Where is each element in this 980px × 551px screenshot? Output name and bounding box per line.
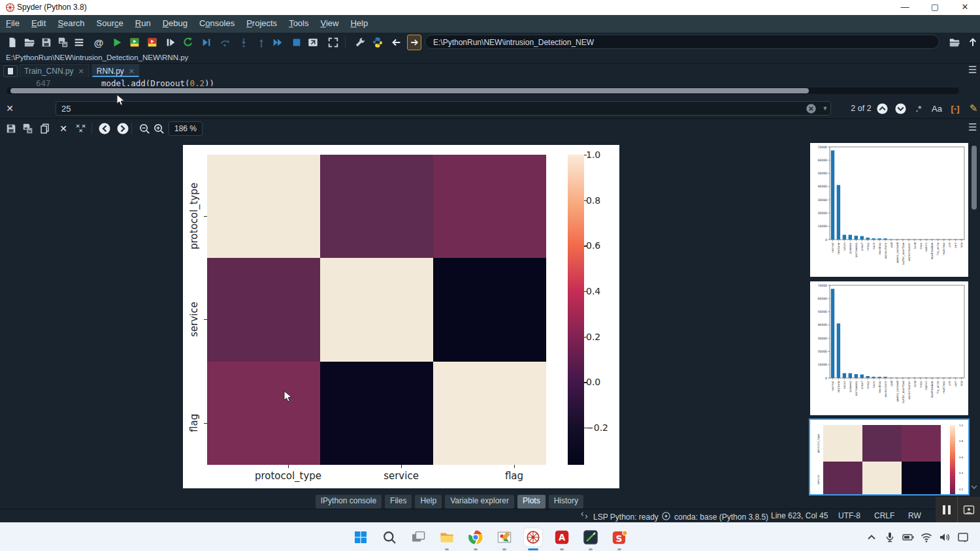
plots-save-all-icon[interactable] [21,121,35,136]
plots-zoom-in-icon[interactable] [152,121,166,136]
whole-word-toggle-icon[interactable]: [-] [949,101,962,116]
plots-remove-all-icon[interactable]: ✕ ✕✕ [73,121,88,136]
tab-close-icon[interactable]: ✕ [78,67,84,75]
taskbar-image-editor-icon[interactable] [495,528,514,546]
step-out-icon[interactable] [254,35,269,50]
editor-tab-RNN.py[interactable]: RNN.py✕ [92,64,139,77]
regex-toggle-icon[interactable]: .* [912,101,925,116]
hscrollbar-thumb[interactable] [10,88,809,93]
back-arrow-icon[interactable] [389,35,404,50]
find-next-icon[interactable] [894,101,907,116]
parent-dir-icon[interactable] [966,35,980,50]
menu-debug[interactable]: Debug [157,15,193,28]
step-into-icon[interactable] [237,35,251,50]
preferences-icon[interactable] [353,35,367,50]
taskbar-acrobat-icon[interactable]: A [553,528,571,546]
rerun-cell-icon[interactable] [145,35,159,50]
working-directory-input[interactable]: E:\PythonRun\NEW\intrusion_Detection_NEW [425,35,939,49]
forward-arrow-icon[interactable] [407,35,421,50]
panel-tab-help[interactable]: Help [415,495,442,509]
stop-debug-icon[interactable] [289,35,304,50]
tray-microphone-icon[interactable] [883,531,896,544]
plots-remove-icon[interactable]: ✕ [56,121,71,136]
run-selection-icon[interactable] [163,35,178,50]
find-history-caret-icon[interactable]: ▼ [821,101,830,116]
plot-thumbnail-bar-2[interactable]: 010000200003000040000500006000070000norm… [810,281,968,415]
plot-thumbnail-bar-1[interactable]: 010000200003000040000500006000070000norm… [810,143,968,277]
panel-tab-plots[interactable]: Plots [517,495,546,509]
file-switcher-icon[interactable] [72,35,86,50]
editor-hscrollbar[interactable] [0,86,980,95]
open-dir-icon[interactable] [947,35,962,50]
menu-help[interactable]: Help [344,15,374,28]
find-close-icon[interactable]: ✕ [4,101,16,116]
find-clear-icon[interactable] [805,101,817,116]
debug-file-icon[interactable] [199,35,214,50]
browse-tabs-icon[interactable] [3,65,18,77]
tray-wifi-icon[interactable] [920,531,933,544]
screenshot-icon[interactable] [958,497,980,522]
plots-options-icon[interactable]: ☰ [968,121,977,133]
tab-close-icon[interactable]: ✕ [129,67,135,75]
taskbar-chrome-icon[interactable] [466,528,485,546]
panel-tab-variable-explorer[interactable]: Variable explorer [445,495,514,509]
taskbar-snipping-tool-icon[interactable] [581,528,600,546]
menu-view[interactable]: View [314,15,344,28]
taskbar-spyder-icon[interactable] [524,528,542,546]
run-cell-icon[interactable] [127,35,142,50]
plots-copy-icon[interactable] [38,121,52,136]
taskbar-task-view-icon[interactable] [409,528,427,546]
pause-icon[interactable] [936,497,958,522]
plots-save-icon[interactable] [4,121,18,136]
tray-notifications-icon[interactable] [956,531,970,544]
interpreter-status[interactable]: conda: base (Python 3.8.5) [661,511,768,523]
highlight-matches-icon[interactable]: ✎ [967,101,980,116]
create-console-icon[interactable]: @ [91,35,106,50]
maximize-button[interactable]: ▢ [929,2,941,12]
plots-previous-icon[interactable] [97,121,112,136]
python-path-icon[interactable] [370,35,385,50]
thumbnails-scrollbar[interactable] [971,143,977,494]
taskbar-screen-recorder-icon[interactable]: S [610,528,629,546]
maximize-pane-icon[interactable] [306,35,320,50]
minimize-button[interactable]: — [899,2,911,12]
plots-zoom-out-icon[interactable] [137,121,152,136]
taskbar-file-explorer-icon[interactable] [438,528,456,546]
taskbar-start-icon[interactable] [351,528,370,546]
thumbnails-scroll-down-icon[interactable] [970,483,979,491]
menu-run[interactable]: Run [129,15,157,28]
menu-consoles[interactable]: Consoles [193,15,240,28]
open-file-icon[interactable] [22,35,37,50]
menu-source[interactable]: Source [91,15,129,28]
run-file-icon[interactable] [110,35,124,50]
editor-code-sliver[interactable]: 647 model.add(Dropout(0.2)) [0,78,980,86]
panel-tab-files[interactable]: Files [385,495,412,509]
taskbar-search-icon[interactable] [380,528,399,546]
panel-tab-history[interactable]: History [549,495,583,509]
rerun-last-icon[interactable] [181,35,195,50]
close-button[interactable]: ✕ [959,2,971,12]
save-icon[interactable] [39,35,54,50]
save-all-icon[interactable] [56,35,71,50]
plots-next-icon[interactable] [116,121,130,136]
menu-edit[interactable]: Edit [25,15,52,28]
step-over-icon[interactable] [218,35,233,50]
find-input[interactable]: 25 [56,101,831,116]
tray-speaker-icon[interactable] [938,531,951,544]
tabbar-options-icon[interactable]: ☰ [968,64,977,76]
plot-thumbnail-heatmap-selected[interactable]: 1.00.80.60.40.20.0−0.2protocol_typeservi… [810,420,968,494]
thumbnails-scrollbar-thumb[interactable] [972,146,977,210]
new-file-icon[interactable] [5,35,20,50]
continue-icon[interactable] [270,35,285,50]
menu-search[interactable]: Search [52,15,90,28]
tray-battery-icon[interactable] [902,531,915,544]
menu-tools[interactable]: Tools [283,15,314,28]
find-previous-icon[interactable] [875,101,889,116]
tray-chevron-up-icon[interactable] [865,531,878,544]
panel-tab-ipython-console[interactable]: IPython console [316,495,382,509]
case-sensitive-toggle-icon[interactable]: Aa [930,101,943,116]
fullscreen-icon[interactable] [326,35,340,50]
menu-projects[interactable]: Projects [240,15,283,28]
editor-tab-Train_CNN.py[interactable]: Train_CNN.py✕ [20,64,89,77]
menu-file[interactable]: File [0,15,25,28]
